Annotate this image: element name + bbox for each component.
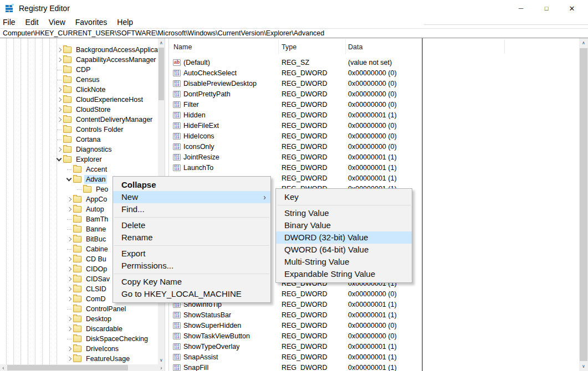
chevron-collapsed-icon[interactable]: [65, 347, 73, 351]
scroll-up-icon[interactable]: ∧: [158, 38, 165, 47]
chevron-collapsed-icon[interactable]: [65, 267, 73, 271]
tree-item[interactable]: CloudExperienceHost: [55, 95, 145, 105]
tree-item[interactable]: CLSID: [65, 284, 108, 294]
table-row[interactable]: 011110DisablePreviewDesktopREG_DWORD0x00…: [169, 78, 423, 89]
tree-horizontal-scrollbar[interactable]: ‹ ›: [0, 364, 165, 371]
table-row[interactable]: 011110HideFileExtREG_DWORD0x00000000 (0): [169, 120, 423, 131]
tree-item[interactable]: ComD: [65, 294, 107, 304]
table-row[interactable]: 011110ShowStatusBarREG_DWORD0x00000001 (…: [169, 310, 423, 320]
tree-item[interactable]: BackgroundAccessApplicati: [55, 45, 158, 55]
chevron-collapsed-icon[interactable]: [55, 98, 63, 101]
menubar-item-view[interactable]: View: [49, 17, 65, 28]
tree-item[interactable]: CDP: [55, 65, 92, 75]
menubar-item-file[interactable]: File: [3, 17, 16, 28]
menu-item-copy-key-name[interactable]: Copy Key Name: [113, 276, 270, 288]
tree-item[interactable]: Explorer: [55, 154, 104, 164]
chevron-collapsed-icon[interactable]: [65, 198, 73, 201]
tree-item[interactable]: Controls Folder: [55, 125, 125, 135]
menu-item-collapse[interactable]: Collapse: [113, 179, 270, 191]
tree-item[interactable]: CIDSav: [65, 274, 111, 284]
tree-hscroll-thumb[interactable]: [7, 365, 128, 370]
right-scroll-thumb[interactable]: [580, 48, 587, 361]
minimize-button[interactable]: ─: [508, 0, 534, 17]
table-row[interactable]: 011110IconsOnlyREG_DWORD0x00000000 (0): [169, 141, 423, 152]
right-vertical-scrollbar[interactable]: ∧ ∨: [579, 38, 588, 371]
menu-item-expandable-string-value[interactable]: Expandable String Value: [276, 268, 412, 280]
menu-item-rename[interactable]: Rename: [113, 231, 270, 244]
table-row[interactable]: 011110SnapAssistREG_DWORD0x00000001 (1): [169, 352, 423, 362]
menubar-item-edit[interactable]: Edit: [25, 17, 39, 28]
table-row[interactable]: 011110SnapFillREG_DWORD0x00000001 (1): [169, 362, 423, 371]
tree-item[interactable]: Discardable: [65, 324, 124, 334]
table-row[interactable]: 011110AutoCheckSelectREG_DWORD0x00000000…: [169, 68, 423, 78]
tree-item[interactable]: ContentDeliveryManager: [55, 115, 154, 125]
tree-item[interactable]: Desktop: [65, 314, 113, 324]
tree-item[interactable]: CD Bu: [65, 254, 108, 264]
scroll-left-icon[interactable]: ‹: [0, 364, 7, 371]
menu-item-new[interactable]: New›: [113, 191, 270, 203]
tree-item[interactable]: DiskSpaceChecking: [65, 334, 150, 344]
column-header-type[interactable]: Type: [282, 43, 296, 51]
tree-item[interactable]: FeatureUsage: [65, 354, 131, 364]
tree-item[interactable]: CapabilityAccessManager: [55, 55, 158, 65]
table-row[interactable]: ab(Default)REG_SZ(value not set): [169, 57, 423, 68]
column-divider[interactable]: [345, 39, 346, 54]
menu-item-delete[interactable]: Delete: [113, 219, 270, 231]
table-row[interactable]: 011110HiddenREG_DWORD0x00000001 (1): [169, 110, 423, 120]
chevron-collapsed-icon[interactable]: [55, 118, 63, 121]
scroll-right-icon[interactable]: ›: [158, 364, 165, 371]
tree-item[interactable]: BitBuc: [65, 234, 108, 244]
chevron-collapsed-icon[interactable]: [55, 108, 63, 111]
tree-item[interactable]: CloudStore: [55, 105, 113, 115]
column-header-data[interactable]: Data: [348, 43, 362, 51]
table-row[interactable]: 011110DontPrettyPathREG_DWORD0x00000000 …: [169, 89, 423, 99]
menu-item-binary-value[interactable]: Binary Value: [276, 219, 412, 231]
tree-item[interactable]: Autop: [65, 204, 106, 214]
tree-item[interactable]: Diagnostics: [55, 145, 114, 154]
table-row[interactable]: 011110FilterREG_DWORD0x00000000 (0): [169, 99, 423, 110]
chevron-collapsed-icon[interactable]: [65, 277, 73, 281]
chevron-expanded-icon[interactable]: [65, 178, 73, 181]
tree-item[interactable]: Census: [55, 75, 101, 85]
menu-item-permissions[interactable]: Permissions...: [113, 260, 270, 272]
chevron-collapsed-icon[interactable]: [55, 88, 63, 91]
menubar-item-favorites[interactable]: Favorites: [75, 17, 108, 28]
menu-item-dword-32-bit-value[interactable]: DWORD (32-bit) Value: [276, 231, 412, 244]
chevron-expanded-icon[interactable]: [55, 158, 63, 161]
chevron-collapsed-icon[interactable]: [65, 357, 73, 360]
tree-item[interactable]: AppCo: [65, 194, 109, 204]
chevron-collapsed-icon[interactable]: [55, 48, 63, 51]
chevron-collapsed-icon[interactable]: [55, 148, 63, 151]
scroll-up-icon[interactable]: ∧: [579, 38, 588, 48]
chevron-collapsed-icon[interactable]: [65, 317, 73, 321]
menu-item-go-to-hkey-local-machine[interactable]: Go to HKEY_LOCAL_MACHINE: [113, 288, 270, 300]
chevron-collapsed-icon[interactable]: [65, 238, 73, 241]
tree-item[interactable]: CIDOp: [65, 264, 109, 274]
table-row[interactable]: 011110ShowSuperHiddenREG_DWORD0x00000000…: [169, 320, 423, 331]
table-row[interactable]: 011110ShowTaskViewButtonREG_DWORD0x00000…: [169, 331, 423, 341]
tree-item[interactable]: Advan: [65, 174, 107, 184]
chevron-collapsed-icon[interactable]: [65, 297, 73, 301]
menu-item-multi-string-value[interactable]: Multi-String Value: [276, 256, 412, 268]
chevron-collapsed-icon[interactable]: [55, 58, 63, 61]
address-bar[interactable]: Computer\HKEY_CURRENT_USER\SOFTWARE\Micr…: [0, 28, 588, 39]
tree-item[interactable]: ClickNote: [55, 85, 108, 95]
table-row[interactable]: 011110LaunchToREG_DWORD0x00000001 (1): [169, 162, 423, 173]
table-row[interactable]: 011110JointResizeREG_DWORD0x00000001 (1): [169, 152, 423, 162]
table-row[interactable]: 011110HideIconsREG_DWORD0x00000000 (0): [169, 131, 423, 141]
tree-item[interactable]: Cortana: [55, 135, 102, 145]
tree-vscroll-thumb[interactable]: [158, 48, 164, 100]
maximize-button[interactable]: □: [534, 0, 559, 17]
menu-item-string-value[interactable]: String Value: [276, 207, 412, 219]
tree-item[interactable]: Cabine: [65, 244, 110, 254]
tree-item[interactable]: Peo: [75, 184, 110, 194]
tree-item[interactable]: ControlPanel: [65, 304, 127, 314]
chevron-collapsed-icon[interactable]: [65, 257, 73, 261]
column-header-name[interactable]: Name: [173, 43, 192, 51]
tree-item[interactable]: DriveIcons: [65, 344, 120, 354]
column-divider[interactable]: [278, 39, 279, 54]
tree-item[interactable]: Accent: [65, 164, 109, 174]
menu-item-find[interactable]: Find...: [113, 203, 270, 215]
menubar-item-help[interactable]: Help: [117, 17, 133, 28]
chevron-collapsed-icon[interactable]: [65, 327, 73, 331]
